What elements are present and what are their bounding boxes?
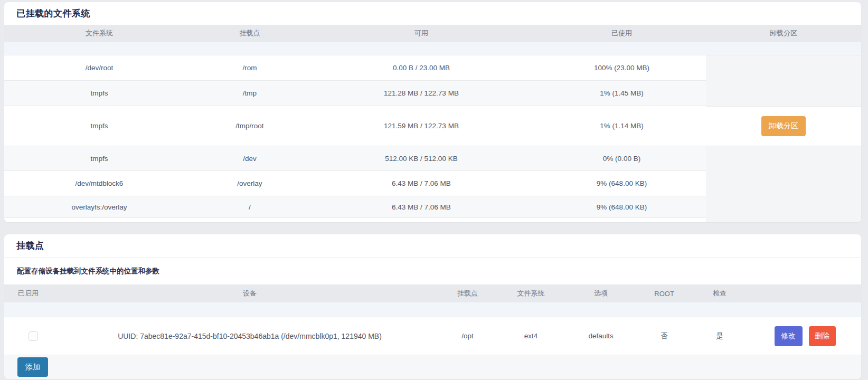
delete-button[interactable]: 删除 [809,326,836,346]
cell-used: 1% (1.14 MB) [537,106,706,146]
column-header-enabled: 已启用 [4,289,62,298]
cell-mount-point: /tmp [194,81,305,106]
cell-mount-point: / [194,196,305,218]
cell-options: defaults [564,317,638,355]
mount-points-header: 已启用 设备 挂载点 文件系统 选项 ROOT 检查 [4,284,861,302]
column-header-available: 可用 [305,28,537,38]
column-header-options: 选项 [564,289,638,298]
table-row: tmpfs /tmp/root 121.59 MB / 122.73 MB 1%… [4,106,861,146]
cell-root: 否 [638,317,691,355]
cell-used: 0% (0.00 B) [537,146,706,171]
mounted-filesystems-title: 已挂载的文件系统 [4,2,861,25]
cell-available: 121.28 MB / 122.73 MB [305,81,537,106]
edit-button[interactable]: 修改 [775,326,803,346]
spacer-row [4,302,861,317]
cell-available: 6.43 MB / 7.06 MB [305,196,537,218]
mounted-filesystems-card: 已挂载的文件系统 文件系统 挂载点 可用 已使用 卸载分区 /dev/root … [4,2,861,222]
column-header-filesystem: 文件系统 [498,289,564,298]
cell-action: 卸载分区 [706,106,861,146]
cell-used: 100% (23.00 MB) [537,55,706,81]
cell-filesystem: tmpfs [4,106,194,146]
cell-filesystem: tmpfs [4,146,194,171]
cell-mount-point: /overlay [194,171,305,196]
mount-points-title: 挂载点 [4,234,861,257]
cell-device: UUID: 7abec81e-92a7-415d-bf10-20453b46ab… [62,317,437,355]
table-row: /dev/root /rom 0.00 B / 23.00 MB 100% (2… [4,55,861,81]
spacer-row [4,42,861,55]
cell-actions: 修改 删除 [749,317,861,355]
column-header-mount-point: 挂载点 [194,28,305,38]
column-header-root: ROOT [638,290,691,298]
column-header-check: 检查 [691,289,749,298]
table-row: tmpfs /dev 512.00 KB / 512.00 KB 0% (0.0… [4,146,861,171]
mount-points-description: 配置存储设备挂载到文件系统中的位置和参数 [4,258,861,284]
cell-action [706,171,861,196]
cell-check: 是 [691,317,749,355]
cell-available: 121.59 MB / 122.73 MB [305,106,537,146]
cell-used: 9% (648.00 KB) [537,171,706,196]
cell-action [706,55,861,81]
cell-mount-point: /opt [437,317,498,355]
table-row: UUID: 7abec81e-92a7-415d-bf10-20453b46ab… [4,317,861,355]
column-header-used: 已使用 [537,28,706,38]
cell-available: 0.00 B / 23.00 MB [305,55,537,81]
cell-used: 1% (1.45 MB) [537,81,706,106]
column-header-filesystem: 文件系统 [4,28,194,38]
cell-available: 6.43 MB / 7.06 MB [305,171,537,196]
unmount-partition-button[interactable]: 卸载分区 [761,116,806,136]
cell-used: 9% (648.00 KB) [537,196,706,218]
column-header-mount-point: 挂载点 [437,289,498,298]
cell-mount-point: /tmp/root [194,106,305,146]
cell-action [706,146,861,171]
cell-mount-point: /rom [194,55,305,81]
table-row: overlayfs:/overlay / 6.43 MB / 7.06 MB 9… [4,196,861,218]
table-row: tmpfs /tmp 121.28 MB / 122.73 MB 1% (1.4… [4,81,861,106]
table-row: /dev/mtdblock6 /overlay 6.43 MB / 7.06 M… [4,171,861,196]
cell-action [706,196,861,218]
cell-filesystem: /dev/root [4,55,194,81]
cell-mount-point: /dev [194,146,305,171]
mount-points-card: 挂载点 配置存储设备挂载到文件系统中的位置和参数 已启用 设备 挂载点 文件系统… [4,234,861,379]
enabled-checkbox[interactable] [29,331,38,341]
cell-filesystem: ext4 [498,317,564,355]
cell-filesystem: tmpfs [4,81,194,106]
cell-enabled [4,317,62,355]
cell-action [706,81,861,106]
cell-available: 512.00 KB / 512.00 KB [305,146,537,171]
cell-filesystem: overlayfs:/overlay [4,196,194,218]
mount-points-footer: 添加 [4,355,861,379]
mounted-filesystems-header: 文件系统 挂载点 可用 已使用 卸载分区 [4,25,861,42]
column-header-device: 设备 [62,289,437,298]
column-header-unmount: 卸载分区 [706,28,861,38]
cell-filesystem: /dev/mtdblock6 [4,171,194,196]
mounted-filesystems-table-body: /dev/root /rom 0.00 B / 23.00 MB 100% (2… [4,55,861,222]
add-button[interactable]: 添加 [17,357,48,377]
